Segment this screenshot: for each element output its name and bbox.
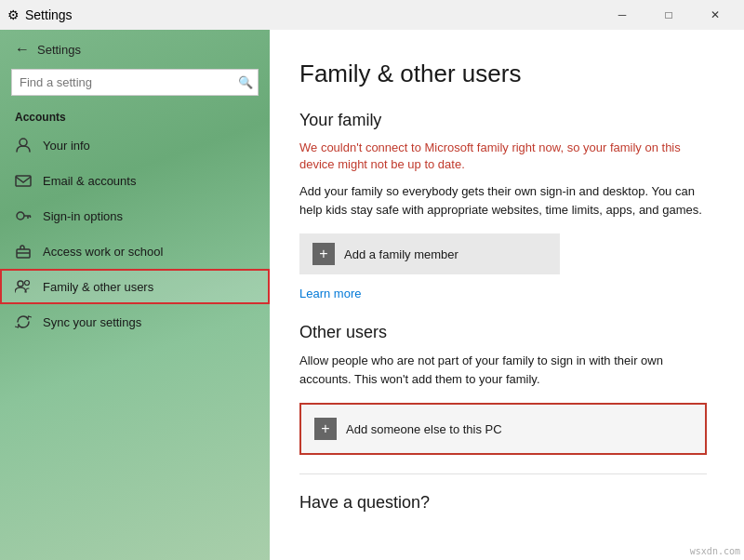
- sidebar-item-label: Family & other users: [43, 280, 153, 294]
- sidebar-item-sync-settings[interactable]: Sync your settings: [0, 304, 270, 340]
- back-arrow-icon: ←: [15, 41, 30, 58]
- close-button[interactable]: ✕: [694, 0, 737, 30]
- your-family-heading: Your family: [299, 111, 707, 130]
- have-question-heading: Have a question?: [299, 493, 707, 513]
- envelope-icon: [15, 172, 32, 189]
- add-family-member-button[interactable]: + Add a family member: [299, 233, 560, 274]
- maximize-button[interactable]: □: [647, 0, 690, 30]
- sync-icon: [15, 313, 32, 330]
- person-group-icon: [15, 278, 32, 295]
- window-controls: ─ □ ✕: [601, 0, 737, 30]
- add-family-label: Add a family member: [344, 247, 458, 261]
- other-users-description: Allow people who are not part of your fa…: [299, 352, 707, 388]
- sidebar: ← Settings 🔍 Accounts Your info: [0, 30, 270, 560]
- app-title: Settings: [37, 43, 81, 57]
- title-bar-title: Settings: [25, 7, 73, 22]
- svg-point-2: [17, 212, 24, 220]
- person-icon: [15, 137, 32, 153]
- sidebar-item-email-accounts[interactable]: Email & accounts: [0, 163, 270, 198]
- sidebar-item-label: Email & accounts: [43, 174, 136, 188]
- sidebar-item-your-info[interactable]: Your info: [0, 127, 270, 163]
- sidebar-item-label: Sign-in options: [43, 209, 123, 223]
- app-window: ← Settings 🔍 Accounts Your info: [0, 30, 744, 560]
- search-input[interactable]: [11, 69, 259, 96]
- add-other-icon: +: [314, 418, 337, 440]
- title-bar: ⚙ Settings ─ □ ✕: [0, 0, 744, 30]
- key-icon: [15, 207, 32, 224]
- search-container: 🔍: [11, 69, 259, 96]
- title-bar-icon: ⚙: [7, 7, 20, 22]
- family-description: Add your family so everybody gets their …: [299, 182, 707, 219]
- sidebar-section-label: Accounts: [0, 105, 270, 127]
- sidebar-item-label: Sync your settings: [43, 315, 141, 329]
- page-title: Family & other users: [299, 60, 707, 88]
- back-button[interactable]: ← Settings: [0, 30, 270, 65]
- sidebar-item-family-users[interactable]: Family & other users: [0, 269, 270, 304]
- add-other-label: Add someone else to this PC: [346, 422, 502, 436]
- svg-point-9: [25, 281, 30, 286]
- sidebar-item-access-work[interactable]: Access work or school: [0, 233, 270, 269]
- sidebar-item-label: Access work or school: [43, 245, 163, 259]
- sidebar-item-sign-in[interactable]: Sign-in options: [0, 198, 270, 233]
- sidebar-item-label: Your info: [43, 139, 90, 153]
- watermark: wsxdn.com: [690, 546, 740, 556]
- svg-point-8: [18, 281, 23, 287]
- other-users-heading: Other users: [299, 323, 707, 342]
- section-divider: [299, 473, 707, 474]
- learn-more-link[interactable]: Learn more: [299, 287, 361, 300]
- svg-point-0: [20, 139, 27, 146]
- content-area: Family & other users Your family We coul…: [270, 30, 744, 560]
- add-family-icon: +: [312, 243, 335, 265]
- svg-rect-1: [16, 176, 31, 186]
- minimize-button[interactable]: ─: [601, 0, 644, 30]
- search-icon: 🔍: [238, 75, 253, 89]
- family-error-text: We couldn't connect to Microsoft family …: [299, 140, 707, 173]
- briefcase-icon: [15, 243, 32, 260]
- add-other-user-button[interactable]: + Add someone else to this PC: [299, 403, 707, 455]
